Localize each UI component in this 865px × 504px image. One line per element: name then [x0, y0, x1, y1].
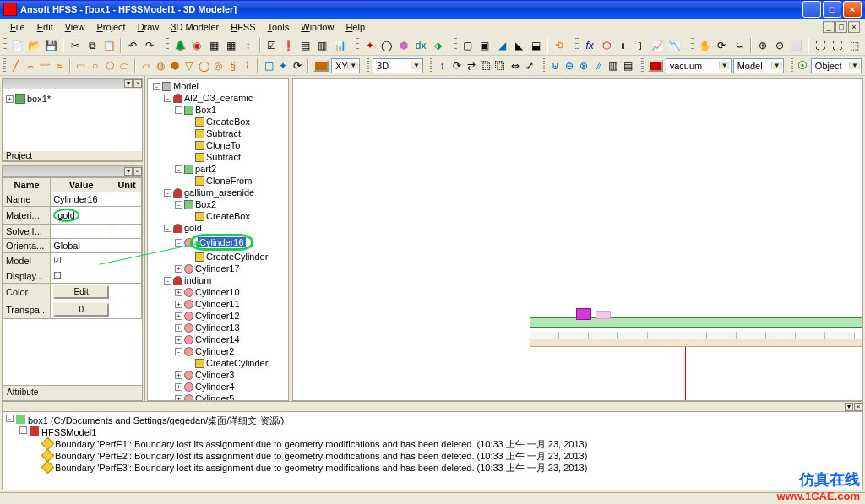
sweep-icon[interactable]: ⟳	[291, 57, 304, 74]
tree-item[interactable]: -Box1	[151, 104, 286, 116]
tree-expander[interactable]: +	[175, 324, 182, 332]
table-row[interactable]: Orienta...Global	[3, 239, 142, 253]
circ1-icon[interactable]: ◯	[379, 37, 394, 54]
maximize-button[interactable]: □	[823, 1, 841, 18]
properties-table[interactable]: NameValueUnitNameCylinder16Materi...gold…	[3, 177, 142, 319]
panel-close-button[interactable]: ×	[854, 403, 862, 411]
orbit2-button[interactable]: ⤿	[732, 37, 747, 54]
zoom-area-button[interactable]: ⬜	[789, 37, 804, 54]
menu-help[interactable]: Help	[340, 20, 370, 34]
tree-item[interactable]: -Model	[151, 80, 286, 92]
play-button[interactable]: ❗	[281, 37, 296, 54]
offset-button[interactable]: ⇔	[509, 57, 521, 74]
panel-pin-button[interactable]: ▾	[845, 403, 853, 411]
table-row[interactable]: Materi...gold	[3, 207, 142, 225]
tree-item[interactable]: +Cylinder4	[151, 381, 286, 393]
tree-item[interactable]: -part2	[151, 163, 286, 175]
message-list[interactable]: -box1 (C:/Documents and Settings/gegedan…	[3, 412, 862, 490]
tree-item[interactable]: Subtract	[151, 127, 286, 139]
menu-view[interactable]: View	[60, 20, 90, 34]
split-button[interactable]: ⫽	[592, 57, 605, 74]
modeler-viewport[interactable]	[292, 78, 863, 401]
table-row[interactable]: Display...☐	[3, 268, 142, 284]
separate-button[interactable]: ▤	[622, 57, 634, 74]
zoom-out-button[interactable]: ⊖	[772, 37, 787, 54]
bond-button[interactable]: ⌇	[241, 57, 253, 74]
warning-item[interactable]: Boundary 'PerfE2': Boundary lost its ass…	[6, 450, 859, 462]
props-header[interactable]: Unit	[112, 178, 142, 192]
dup-button[interactable]: ⿻	[480, 57, 492, 74]
shade-button[interactable]: ▣	[477, 37, 492, 54]
script-button[interactable]: ▤	[298, 37, 313, 54]
paste-button[interactable]: 📋	[101, 37, 117, 54]
axis-icon[interactable]: ✦	[362, 37, 378, 54]
tree-expander[interactable]: -	[164, 277, 171, 285]
ellipse-button[interactable]: ⬭	[117, 57, 130, 74]
line-button[interactable]: ╱	[9, 57, 22, 74]
shade4-button[interactable]: ⬓	[528, 37, 543, 54]
tree-expander[interactable]: -	[175, 348, 182, 355]
sel-icon[interactable]: ⦿	[797, 57, 809, 74]
arc-button[interactable]: ⌢	[24, 57, 36, 74]
tree-item[interactable]: CloneTo	[151, 139, 286, 151]
minimize-button[interactable]: _	[802, 1, 821, 18]
scale-button[interactable]: ⤢	[523, 57, 536, 74]
tree-item[interactable]: +Cylinder14	[151, 333, 286, 345]
rect-button[interactable]: ▭	[74, 57, 87, 74]
view-dropdown[interactable]: 3D	[373, 58, 423, 73]
material-dropdown[interactable]: vacuum	[666, 58, 732, 73]
tree-expander[interactable]: -	[164, 189, 171, 197]
undo-button[interactable]: ↶	[125, 37, 140, 54]
sweep-button[interactable]: ⫿	[633, 37, 648, 54]
tree-item[interactable]: CreateCylinder	[151, 357, 286, 369]
tree-item[interactable]: -indium	[151, 274, 286, 286]
tree-expander[interactable]: -	[153, 83, 160, 90]
menu-tools[interactable]: Tools	[263, 20, 295, 34]
menu-draw[interactable]: Draw	[133, 20, 165, 34]
stat-button[interactable]: ⫾	[616, 37, 631, 54]
sort-button[interactable]: ↕	[240, 37, 255, 54]
rad-button[interactable]: ⬗	[430, 37, 445, 54]
mirror-button[interactable]: ⇄	[465, 57, 477, 74]
swatch1-button[interactable]	[313, 57, 329, 74]
tree-expander[interactable]: -	[164, 225, 171, 232]
tree-expander[interactable]: +	[175, 336, 182, 344]
props-header[interactable]: Value	[51, 178, 112, 192]
mdi-restore-button[interactable]: □	[835, 21, 847, 33]
tree-item[interactable]: -Cylinder2	[151, 345, 286, 357]
tree-expander[interactable]: -	[164, 95, 171, 102]
tree-item[interactable]: CreateBox	[151, 116, 286, 127]
redo-button[interactable]: ↷	[142, 37, 157, 54]
cal-button[interactable]: dx	[413, 37, 428, 54]
save-button[interactable]: 💾	[44, 37, 59, 54]
panel-pin-button[interactable]: ▾	[124, 79, 133, 88]
tree-expander[interactable]: -	[175, 239, 182, 247]
table-row[interactable]: Model☑	[3, 253, 142, 268]
menu-file[interactable]: File	[5, 20, 30, 34]
wire-button[interactable]: ▢	[460, 37, 476, 54]
new-button[interactable]: 📄	[10, 37, 25, 54]
pt-button[interactable]: ✦	[277, 57, 290, 74]
object-dropdown[interactable]: Object	[811, 58, 862, 73]
orbit-button[interactable]: ⟳	[714, 37, 729, 54]
fn-button[interactable]: fx	[582, 37, 597, 54]
rot-button[interactable]: ⟲	[552, 37, 567, 54]
intersect-button[interactable]: ⊗	[578, 57, 590, 74]
home-button[interactable]: ⬚	[846, 37, 862, 54]
tree-item[interactable]: CreateBox	[151, 210, 286, 222]
unite-button[interactable]: ⊎	[548, 57, 561, 74]
dup2-button[interactable]: ⿻	[494, 57, 507, 74]
field-button[interactable]: ⬢	[396, 37, 411, 54]
cyl-button[interactable]: ◍	[154, 57, 166, 74]
tree-expander[interactable]: +	[6, 95, 14, 103]
tree-item[interactable]: -Al2_O3_ceramic	[151, 92, 286, 104]
tree-item[interactable]: +Cylinder10	[151, 286, 286, 298]
panel-drag-handle[interactable]: ▾×	[3, 79, 142, 89]
tree-item[interactable]: CreateCylinder	[151, 251, 286, 263]
eq-button[interactable]: ≈	[53, 57, 66, 74]
mdi-close-button[interactable]: ×	[848, 21, 860, 33]
tree-item[interactable]: +Cylinder12	[151, 310, 286, 322]
swatch2-button[interactable]	[647, 57, 664, 74]
tree-item[interactable]: +Cylinder17	[151, 263, 286, 274]
mdi-min-button[interactable]: _	[823, 21, 835, 33]
